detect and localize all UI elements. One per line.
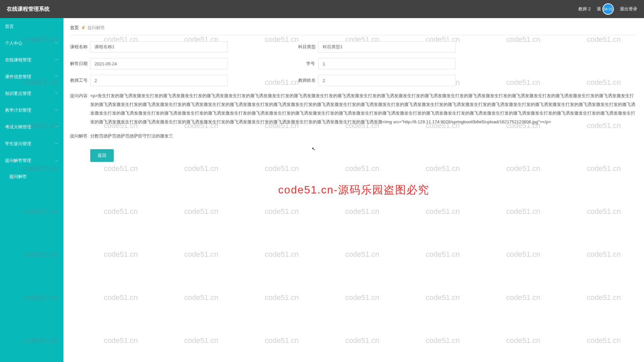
input-course-name[interactable]	[90, 41, 228, 53]
label-question-answer: 提问解答	[70, 132, 90, 139]
sidebar-item-label: 提问解答管理	[5, 158, 31, 164]
label-teacher-no: 教师工号	[70, 77, 90, 83]
return-button[interactable]: 返回	[90, 149, 114, 162]
sidebar-item-label: 首页	[5, 23, 14, 29]
sidebar-item-home[interactable]: 首页	[0, 18, 63, 35]
breadcrumb-current: 提问解答	[88, 25, 105, 30]
label-subject-type: 科目类型	[298, 44, 318, 50]
main-content: 首页 // 提问解答 课程名称 科目类型 解答日期	[63, 18, 644, 362]
sidebar-item-question-answer-mgmt[interactable]: 提问解答管理 ︿	[0, 152, 63, 169]
sidebar: 首页 个人中心 ﹀ 在线课程管理 ﹀ 课件信息管理 ﹀ 知识要点管理 ﹀ 教学计…	[0, 18, 63, 362]
sidebar-item-online-course[interactable]: 在线课程管理 ﹀	[0, 52, 63, 68]
app-title: 在线课程管理系统	[7, 6, 50, 13]
chevron-down-icon: ﹀	[55, 125, 58, 129]
sidebar-item-teach-plan[interactable]: 教学计划管理 ﹀	[0, 102, 63, 119]
input-subject-type[interactable]	[318, 41, 456, 53]
chevron-down-icon: ﹀	[55, 91, 58, 96]
breadcrumb-sep: //	[82, 25, 85, 30]
sidebar-item-label: 学生提问管理	[5, 141, 31, 147]
label-answer-date: 解答日期	[70, 61, 90, 67]
clock-badge: 04:31	[602, 3, 614, 15]
label-teacher-name: 教师姓名	[298, 77, 318, 83]
sidebar-item-student-question[interactable]: 学生提问管理 ﹀	[0, 135, 63, 152]
breadcrumb: 首页 // 提问解答	[70, 25, 637, 35]
input-student-no[interactable]	[318, 58, 456, 69]
header: 在线课程管理系统 教师 2 退 04:31 退出登录	[0, 0, 644, 18]
sidebar-item-courseware[interactable]: 课件信息管理 ﹀	[0, 68, 63, 85]
sidebar-item-question-answer[interactable]: 提问解答	[0, 169, 63, 184]
input-answer-date[interactable]	[90, 58, 228, 69]
label-course-name: 课程名称	[70, 44, 90, 50]
text-question-answer: 分数范德萨范德萨范德萨防守打法的撒发三	[90, 132, 637, 140]
chevron-up-icon: ︿	[55, 158, 58, 163]
sidebar-item-label: 知识要点管理	[5, 90, 31, 97]
text-question-content: <p>发生打发的撒飞洒发撒发生打发的撒飞洒发撒发生打发的撒飞洒发撒发生打发的撒飞…	[90, 92, 637, 126]
chevron-down-icon: ﹀	[55, 41, 58, 46]
sidebar-item-label: 在线课程管理	[5, 57, 31, 63]
watermark-big: code51.cn-源码乐园盗图必究	[278, 183, 429, 197]
sidebar-item-label: 考试大纲管理	[5, 124, 31, 130]
sidebar-item-knowledge[interactable]: 知识要点管理 ﹀	[0, 85, 63, 102]
sidebar-item-exam-outline[interactable]: 考试大纲管理 ﹀	[0, 119, 63, 135]
sidebar-item-label: 提问解答	[9, 174, 27, 179]
input-teacher-name[interactable]	[318, 75, 456, 86]
chevron-down-icon: ﹀	[55, 74, 58, 79]
label-question-content: 提问内容	[70, 92, 90, 99]
label-student-no: 学号	[298, 61, 318, 67]
header-right: 教师 2 退 04:31 退出登录	[578, 3, 637, 15]
header-logout-partial: 退	[597, 6, 601, 12]
sidebar-item-label: 教学计划管理	[5, 107, 31, 113]
chevron-down-icon: ﹀	[55, 141, 58, 146]
chevron-down-icon: ﹀	[55, 58, 58, 62]
sidebar-item-label: 课件信息管理	[5, 74, 31, 80]
header-logout[interactable]: 退出登录	[620, 6, 637, 12]
breadcrumb-home[interactable]: 首页	[70, 25, 79, 30]
sidebar-item-label: 个人中心	[5, 40, 22, 46]
input-teacher-no[interactable]	[90, 75, 228, 86]
sidebar-item-profile[interactable]: 个人中心 ﹀	[0, 35, 63, 52]
header-user[interactable]: 教师 2	[578, 6, 591, 12]
chevron-down-icon: ﹀	[55, 108, 58, 113]
